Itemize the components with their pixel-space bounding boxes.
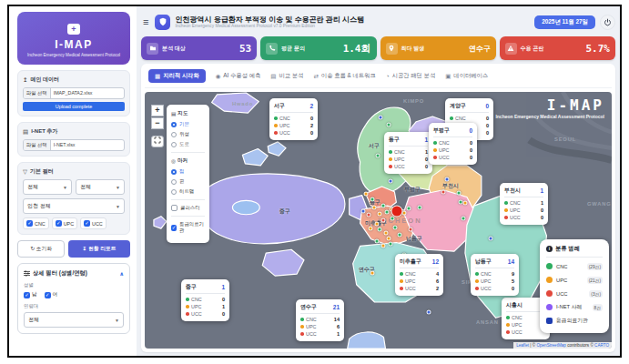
tab-spatiotemporal[interactable]: ◔시공간 패턴 분석 <box>386 72 436 80</box>
case-marker[interactable] <box>398 233 402 238</box>
case-marker[interactable] <box>391 217 395 221</box>
hospital-marker[interactable] <box>379 116 383 120</box>
case-marker[interactable] <box>385 210 390 215</box>
shield-icon <box>155 15 170 30</box>
folder-icon <box>147 43 158 55</box>
zoom-out-button[interactable]: − <box>151 117 164 129</box>
case-marker[interactable] <box>407 207 411 211</box>
case-marker[interactable] <box>462 217 466 221</box>
age-select[interactable]: 전체▼ <box>24 312 124 328</box>
file-select-button[interactable]: 파일 선택 <box>24 88 51 98</box>
case-marker[interactable] <box>372 206 377 210</box>
power-button[interactable] <box>600 15 615 30</box>
region-label: 부평구 <box>404 186 421 194</box>
map-style-label: 지도 <box>178 110 188 117</box>
tab-bar: ▦지리적 시각화 ◉AI 수용성 예측 ▤비교 분석 ⇄이송 흐름 & 네트워크… <box>145 67 612 88</box>
main-data-section: ↥메인 데이터 파일 선택 IMAP_DATA2.xlsx Upload com… <box>17 70 130 116</box>
legend-title: 분류 범례 <box>555 245 580 253</box>
cnc-checkbox[interactable]: ✓CNC <box>23 217 49 229</box>
case-marker[interactable] <box>364 192 369 197</box>
main-data-label: 메인 데이터 <box>30 76 59 84</box>
case-marker[interactable] <box>375 239 380 244</box>
case-marker[interactable] <box>370 197 375 202</box>
attribution-link[interactable]: CARTO <box>594 343 609 348</box>
map-legend: i분류 범례 CNC(29건)UPC(21건)UCC(3건)I-NET 사례8건… <box>540 239 609 333</box>
filter-select-2[interactable]: 전체▼ <box>76 179 125 195</box>
hospital-marker[interactable] <box>489 237 493 241</box>
marker-style-heatmap[interactable]: 히트맵 <box>171 188 205 195</box>
marker-style-dot[interactable]: 점 <box>171 168 205 175</box>
case-marker[interactable] <box>376 154 380 158</box>
detail-filter-header[interactable]: 상세 필터 (성별/연령) ∧ <box>24 269 124 278</box>
case-marker[interactable] <box>418 206 422 210</box>
main-data-file-input[interactable]: 파일 선택 IMAP_DATA2.xlsx <box>23 87 125 99</box>
tab-comparison[interactable]: ▤비교 분석 <box>270 72 303 80</box>
hospital-marker[interactable] <box>427 310 431 315</box>
zoom-in-button[interactable]: + <box>151 105 164 116</box>
case-marker[interactable] <box>463 201 468 206</box>
filter-select-1[interactable]: 전체▼ <box>23 179 72 195</box>
case-marker[interactable] <box>387 123 391 127</box>
case-marker[interactable] <box>391 206 403 217</box>
sliders-icon <box>24 270 30 277</box>
map-canvas[interactable]: + − ▤지도 기본 위성 도로 ◎마커 점 핀 히트맵 <box>145 92 612 349</box>
reset-button[interactable]: ↻ 초기화 <box>17 240 65 258</box>
emergency-facility-checkbox[interactable]: ✓응급의료기관 <box>171 221 205 234</box>
fullscreen-button[interactable] <box>151 136 164 147</box>
map-style-road[interactable]: 도로 <box>171 141 205 147</box>
legend-item: 응급의료기관 <box>546 314 603 328</box>
page-title: 인천광역시 응급환자 부적정 이송 및 수용곤란 관리 시스템 <box>175 15 364 24</box>
stat-card-analysis: 분석 대상53 <box>141 36 257 60</box>
detail-filter-section: 상세 필터 (성별/연령) ∧ 성별 ✓남 ✓여 연령대 전체▼ <box>17 263 130 334</box>
hospital-marker[interactable] <box>445 177 450 182</box>
stats-row: 분석 대상53 평균 문의1.4회 최다 발생연수구 수용 곤란5.7% <box>141 36 615 60</box>
sidebar: + I-MAP Incheon Emergency Medical Assess… <box>9 6 137 356</box>
map-style-basic[interactable]: 기본 <box>171 121 205 127</box>
male-checkbox[interactable]: ✓남 <box>24 291 37 298</box>
inet-file-input[interactable]: 파일 선택 I-NET.xlsx <box>23 139 125 151</box>
chevron-down-icon: ▼ <box>63 185 67 190</box>
case-marker[interactable] <box>367 213 371 217</box>
hospital-marker[interactable] <box>361 209 366 214</box>
tab-geographic-visualization[interactable]: ▦지리적 시각화 <box>148 69 206 83</box>
cluster-checkbox[interactable]: 클러스터 <box>171 205 205 211</box>
hospital-marker[interactable] <box>389 179 393 184</box>
file-select-button[interactable]: 파일 선택 <box>24 140 51 150</box>
case-marker[interactable] <box>381 218 386 223</box>
stat-card-top-district: 최다 발생연수구 <box>380 36 496 60</box>
case-marker[interactable] <box>457 191 462 196</box>
gender-label: 성별 <box>24 282 124 288</box>
tab-database[interactable]: ▣데이터베이스 <box>445 72 488 80</box>
city-label: SEOUL <box>554 136 576 142</box>
case-marker[interactable] <box>393 226 398 230</box>
report-button[interactable]: ↧ 현황 리포트 <box>68 240 130 258</box>
case-marker[interactable] <box>381 204 386 208</box>
attribution-link[interactable]: OpenStreetMap <box>536 343 565 348</box>
female-checkbox[interactable]: ✓여 <box>45 291 58 298</box>
tab-ai-prediction[interactable]: ◉AI 수용성 예측 <box>216 72 261 80</box>
tab-transport-network[interactable]: ⇄이송 흐름 & 네트워크 <box>313 72 375 80</box>
case-marker[interactable] <box>369 227 373 231</box>
case-marker[interactable] <box>381 244 386 248</box>
map-style-satellite[interactable]: 위성 <box>171 131 205 137</box>
case-marker[interactable] <box>384 231 389 236</box>
attribution-link[interactable]: Leaflet <box>516 343 529 348</box>
region-select[interactable]: 인천 전체▼ <box>23 198 125 214</box>
case-marker[interactable] <box>375 222 380 227</box>
case-marker[interactable] <box>389 242 393 247</box>
case-marker[interactable] <box>409 228 413 232</box>
upc-checkbox[interactable]: ✓UPC <box>52 217 77 229</box>
case-marker[interactable] <box>387 237 391 241</box>
map-grid-icon: ▦ <box>155 73 160 80</box>
case-marker[interactable] <box>441 190 446 195</box>
case-marker[interactable] <box>378 212 382 217</box>
hamburger-menu-icon[interactable]: ≡ <box>141 16 150 27</box>
marker-style-pin[interactable]: 핀 <box>171 178 205 185</box>
case-marker[interactable] <box>370 271 375 276</box>
case-marker[interactable] <box>378 228 382 232</box>
chevron-up-icon: ∧ <box>119 270 124 277</box>
ucc-checkbox[interactable]: ✓UCC <box>80 217 107 229</box>
file-name: IMAP_DATA2.xlsx <box>51 88 96 98</box>
region-popup: 연수구21CNC14UPC6UCC1 <box>296 299 344 341</box>
app-frame: + I-MAP Incheon Emergency Medical Assess… <box>7 5 622 358</box>
